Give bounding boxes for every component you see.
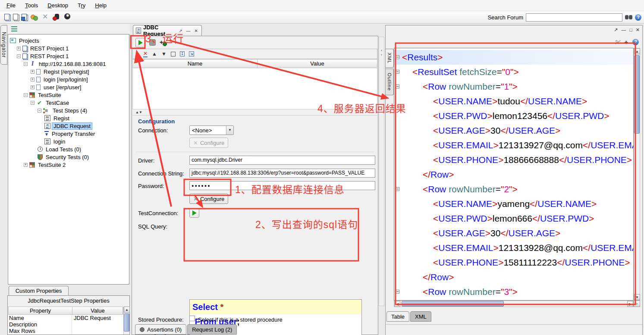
panel-splitter[interactable]: ▲▼ (132, 110, 377, 115)
edit-declined-icon[interactable]: ✎ (615, 39, 620, 46)
menu-file[interactable]: File (2, 1, 20, 10)
menu-help[interactable]: Help (90, 1, 111, 10)
expand-icon[interactable]: + (31, 85, 35, 89)
tree-item-user-erp-user-[interactable]: +user [/erp/user] (8, 83, 129, 91)
clear-icon[interactable] (171, 52, 176, 56)
run-button[interactable] (135, 38, 145, 47)
save-all-icon[interactable] (22, 14, 27, 20)
tree-item-projects[interactable]: Projects (8, 37, 129, 44)
tree-item-rest-project-1[interactable]: −REST Project 1 (8, 52, 129, 60)
close-icon[interactable]: ✕ (194, 28, 199, 33)
tree-item-login-erp-loginin-[interactable]: +login [/erp/loginIn] (8, 75, 129, 83)
scroll-right-icon[interactable]: ▶ (627, 301, 633, 307)
expand-icon[interactable]: + (24, 163, 28, 167)
horizontal-scrollbar[interactable]: ◀ ▶ (394, 301, 634, 307)
property-value[interactable] (72, 321, 123, 328)
collapse-icon[interactable]: − (17, 54, 21, 58)
import-project-icon[interactable] (13, 14, 18, 20)
tree-item-regist-erp-regist-[interactable]: +Regist [/erp/regist] (8, 68, 129, 75)
property-value[interactable]: JDBC Request (72, 315, 123, 321)
collapse-icon[interactable]: − (24, 93, 28, 97)
property-value[interactable] (72, 328, 123, 334)
minimize-icon[interactable]: — (621, 27, 626, 33)
move-up-icon[interactable]: ▲ (152, 51, 157, 57)
maximize-icon[interactable]: □ (629, 27, 632, 33)
expand-icon[interactable]: + (31, 78, 35, 81)
tree-item-testcase[interactable]: −✔TestCase (8, 99, 129, 106)
test-connection-button[interactable] (189, 208, 199, 218)
tree-item-testsuite[interactable]: −TestSuite (8, 91, 129, 99)
plugins-icon[interactable] (64, 13, 72, 20)
fold-icon[interactable] (396, 55, 399, 59)
fold-icon[interactable] (396, 85, 399, 88)
jdbc-monitor-icon[interactable] (53, 13, 60, 20)
tree-item-property-transfer[interactable]: ▼Property Transfer (8, 130, 129, 138)
menu-desktop[interactable]: Desktop (43, 1, 73, 10)
tree-item-security-tests-0-[interactable]: Security Tests (0) (8, 153, 129, 161)
restore-icon[interactable]: ↗ (178, 28, 183, 33)
tree-item-regist[interactable]: RESTRegist (8, 114, 129, 122)
connection-string-input[interactable]: jdbc:mysql://192.168.88.138:3306/erp?use… (189, 169, 375, 178)
search-icon[interactable] (625, 15, 632, 20)
zoom-corner-icon[interactable]: ⌕ (634, 301, 640, 307)
copy-values-icon[interactable]: ↧ (180, 51, 185, 56)
tab-assertions[interactable]: Assertions (0) (135, 324, 186, 335)
tree-item-test-steps-4-[interactable]: −≡Test Steps (4) (8, 106, 129, 114)
configure-database-button[interactable]: ✕ Configure (189, 194, 228, 204)
tab-request-log[interactable]: Request Log (2) (187, 324, 237, 335)
parameters-table-body[interactable] (132, 68, 377, 110)
scroll-up-icon[interactable]: ▲ (124, 307, 130, 313)
xml-results-editor[interactable]: <Results><ResultSet fetchSize="0"><Row r… (394, 48, 634, 301)
tree-item-http-192-168-88-136-8081[interactable]: −Ihttp://192.168.88.136:8081 (8, 60, 129, 68)
tree-item-login[interactable]: RESTlogin (8, 138, 129, 145)
search-forum-input[interactable] (526, 13, 622, 22)
window-splitter[interactable]: ‹› (379, 37, 384, 306)
scrollbar-thumb[interactable] (124, 313, 129, 332)
jdbc-request-tab[interactable]: JDBC JDBC Request ↗ — ✕ (133, 25, 202, 36)
add-parameter-icon[interactable]: + (136, 50, 139, 57)
menu-tools[interactable]: Tools (20, 1, 43, 10)
tree-options-icon[interactable] (11, 26, 17, 31)
navigator-tab[interactable]: Navigator (0, 25, 7, 65)
close-icon[interactable]: ✕ (636, 27, 640, 33)
help-icon[interactable]: ? (632, 39, 639, 45)
configure-connection-button[interactable]: ✕ Configure (189, 138, 228, 148)
tree-item-load-tests-0-[interactable]: Load Tests (0) (8, 145, 129, 153)
tab-outline-side[interactable]: Outline (386, 69, 394, 95)
tree-item-testsuite-2[interactable]: +TestSuite 2 (8, 161, 129, 169)
expand-icon[interactable]: + (17, 47, 21, 50)
property-row[interactable]: Max Rows (8, 328, 123, 334)
tab-xml-view[interactable]: XML (410, 311, 431, 322)
scrollbar-thumb[interactable] (402, 301, 504, 307)
plus-icon[interactable]: + (624, 38, 628, 46)
tab-xml-side[interactable]: XML (386, 49, 394, 68)
collapse-icon[interactable]: − (38, 109, 41, 113)
property-row[interactable]: NameJDBC Request (8, 315, 123, 321)
minimize-icon[interactable]: — (185, 28, 192, 33)
fold-icon[interactable] (396, 290, 399, 294)
vertical-scrollbar[interactable]: ▲ ▼ (634, 48, 640, 301)
tree-item-jdbc-request[interactable]: JDBCJDBC Request (8, 122, 129, 130)
project-tree[interactable]: Projects+REST Project 1−REST Project 1−I… (8, 34, 129, 285)
load-values-icon[interactable]: ⇲ (189, 51, 194, 56)
fold-icon[interactable] (396, 70, 399, 74)
driver-input[interactable]: com.mysql.jdbc.Driver (189, 156, 375, 165)
scroll-up-icon[interactable]: ▲ (634, 48, 640, 54)
remove-parameter-icon[interactable]: ✕ (143, 50, 148, 57)
collapse-icon[interactable]: − (24, 62, 28, 66)
scrollbar-thumb[interactable] (634, 55, 640, 134)
property-row[interactable]: Description (8, 321, 123, 328)
connection-dropdown[interactable]: <None> ▼ (189, 125, 234, 135)
forum-icon[interactable] (30, 13, 38, 20)
tab-table-view[interactable]: Table (386, 311, 409, 322)
expand-icon[interactable]: + (31, 70, 35, 74)
preferences-icon[interactable] (41, 13, 49, 20)
menu-try[interactable]: Try (73, 1, 90, 10)
scroll-down-icon[interactable]: ▼ (634, 294, 640, 300)
collapse-icon[interactable]: − (31, 101, 35, 105)
stop-button[interactable] (149, 39, 156, 46)
add-assertion-icon[interactable]: + (160, 39, 167, 47)
tree-item-rest-project-1[interactable]: +REST Project 1 (8, 44, 129, 52)
password-input[interactable]: ●●●●●● (189, 181, 375, 190)
fold-icon[interactable] (396, 187, 399, 191)
